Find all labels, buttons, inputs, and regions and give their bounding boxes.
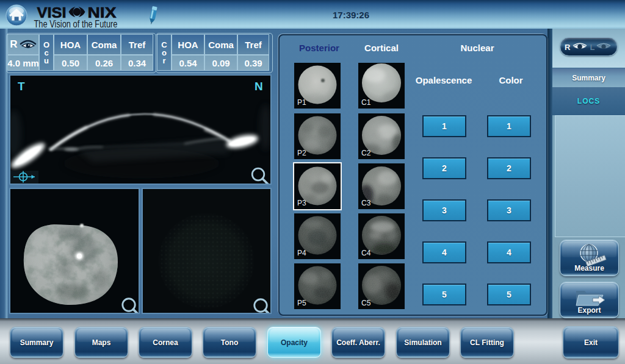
svg-text:L: L (590, 43, 595, 52)
svg-text:T: T (18, 80, 25, 93)
svg-text:R: R (565, 43, 571, 52)
svg-text:NIX: NIX (88, 4, 117, 21)
svg-text:VISI: VISI (37, 4, 67, 21)
svg-text:The Vision of the Future: The Vision of the Future (34, 19, 118, 29)
svg-text:N: N (255, 80, 263, 93)
